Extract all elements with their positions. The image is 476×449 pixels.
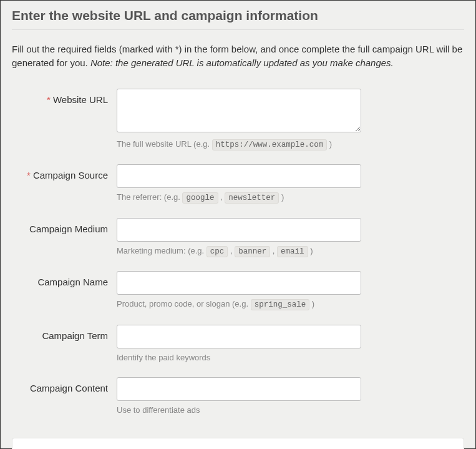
hint-code: newsletter — [225, 192, 279, 204]
label-text: Campaign Term — [42, 330, 108, 341]
label-website-url: *Website URL — [12, 89, 117, 105]
hint-code: email — [277, 246, 308, 257]
row-campaign-term: Campaign Term Identify the paid keywords — [12, 325, 464, 363]
label-text: Campaign Source — [33, 170, 108, 180]
input-col-website-url: The full website URL (e.g. https://www.e… — [117, 89, 361, 151]
intro-text: Fill out the required fields (marked wit… — [12, 42, 464, 70]
hint-prefix: Product, promo code, or slogan (e.g. — [117, 299, 251, 308]
campaign-source-input[interactable] — [117, 164, 361, 188]
hint-campaign-name: Product, promo code, or slogan (e.g. spr… — [117, 299, 361, 311]
hint-prefix: Marketing medium: (e.g. — [117, 246, 206, 255]
label-campaign-source: *Campaign Source — [12, 164, 117, 180]
label-campaign-medium: Campaign Medium — [12, 218, 117, 234]
hint-suffix: ) — [309, 299, 314, 308]
row-website-url: *Website URL The full website URL (e.g. … — [12, 89, 464, 151]
label-campaign-content: Campaign Content — [12, 377, 117, 393]
input-col-campaign-content: Use to differentiate ads — [117, 377, 361, 416]
hint-sep: , — [228, 246, 235, 255]
hint-suffix: ) — [279, 192, 284, 202]
website-url-input[interactable] — [117, 89, 361, 132]
hint-suffix: ) — [327, 139, 332, 149]
intro-note: Note: the generated URL is automatically… — [90, 57, 394, 68]
hint-code: https://www.example.com — [212, 139, 328, 150]
required-mark: * — [47, 94, 51, 105]
row-campaign-name: Campaign Name Product, promo code, or sl… — [12, 271, 464, 311]
hint-campaign-source: The referrer: (e.g. google , newsletter … — [117, 192, 361, 204]
input-col-campaign-medium: Marketing medium: (e.g. cpc , banner , e… — [117, 218, 361, 258]
hint-code: banner — [235, 246, 270, 257]
hint-code: google — [182, 192, 218, 204]
hint-campaign-term: Identify the paid keywords — [117, 352, 361, 363]
required-mark: * — [27, 170, 31, 180]
hint-campaign-medium: Marketing medium: (e.g. cpc , banner , e… — [117, 245, 361, 258]
hint-prefix: The referrer: (e.g. — [117, 192, 182, 202]
input-col-campaign-name: Product, promo code, or slogan (e.g. spr… — [117, 271, 361, 311]
campaign-url-builder-panel: Enter the website URL and campaign infor… — [0, 0, 476, 449]
label-campaign-term: Campaign Term — [12, 325, 117, 341]
row-campaign-medium: Campaign Medium Marketing medium: (e.g. … — [12, 218, 464, 258]
hint-code: spring_sale — [251, 299, 310, 310]
hint-sep: , — [218, 192, 225, 202]
hint-prefix: The full website URL (e.g. — [117, 139, 212, 149]
row-campaign-source: *Campaign Source The referrer: (e.g. goo… — [12, 164, 464, 204]
page-title: Enter the website URL and campaign infor… — [12, 8, 464, 30]
hint-code: cpc — [206, 246, 228, 257]
label-campaign-name: Campaign Name — [12, 271, 117, 287]
hint-sep: , — [270, 246, 277, 255]
campaign-name-input[interactable] — [117, 271, 361, 295]
campaign-content-input[interactable] — [117, 377, 361, 401]
label-text: Campaign Content — [30, 383, 108, 393]
result-box: Fill out all the required fields above a… — [12, 438, 464, 449]
label-text: Campaign Name — [37, 277, 108, 287]
label-text: Campaign Medium — [29, 224, 108, 234]
hint-suffix: ) — [308, 246, 313, 255]
input-col-campaign-term: Identify the paid keywords — [117, 325, 361, 363]
campaign-term-input[interactable] — [117, 325, 361, 348]
campaign-medium-input[interactable] — [117, 218, 361, 242]
input-col-campaign-source: The referrer: (e.g. google , newsletter … — [117, 164, 361, 204]
hint-campaign-content: Use to differentiate ads — [117, 405, 361, 416]
hint-website-url: The full website URL (e.g. https://www.e… — [117, 139, 361, 151]
row-campaign-content: Campaign Content Use to differentiate ad… — [12, 377, 464, 416]
label-text: Website URL — [53, 94, 108, 105]
